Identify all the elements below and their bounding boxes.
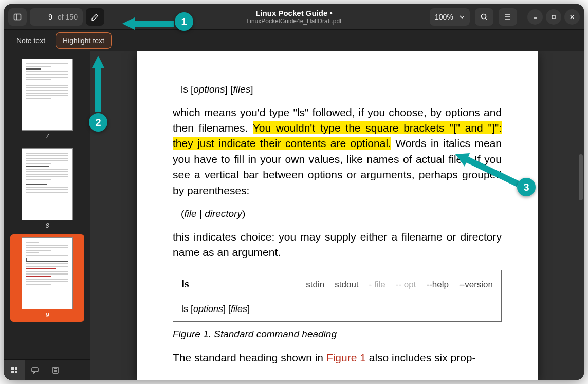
zoom-menu-button[interactable]: 100% xyxy=(430,8,470,26)
svg-marker-21 xyxy=(122,17,135,30)
maximize-icon xyxy=(550,14,557,20)
annotations-icon xyxy=(31,366,39,374)
code-line: ls [options] [files] xyxy=(181,82,502,97)
window-close-button[interactable] xyxy=(564,9,580,25)
thumbnail-label: 8 xyxy=(46,222,49,229)
arrow-icon xyxy=(454,153,521,187)
hamburger-icon xyxy=(504,13,512,21)
callout-3: 3 xyxy=(517,178,536,196)
figure-flag: stdout xyxy=(335,279,358,291)
sidebar-view-annotations[interactable] xyxy=(25,360,45,380)
figure-flag: - file xyxy=(369,279,385,291)
page-number-input[interactable] xyxy=(30,8,56,26)
figure-flag: --version xyxy=(459,279,493,291)
figure-flag: --help xyxy=(426,279,448,291)
pencil-icon xyxy=(91,13,99,21)
svg-rect-13 xyxy=(15,367,17,370)
thumbnail-label: 7 xyxy=(46,133,49,140)
search-icon xyxy=(480,13,488,21)
svg-point-3 xyxy=(482,14,486,19)
window-maximize-button[interactable] xyxy=(546,9,561,25)
svg-rect-14 xyxy=(11,371,14,373)
svg-rect-0 xyxy=(14,14,21,20)
svg-rect-12 xyxy=(11,367,14,370)
chevron-down-icon xyxy=(460,14,465,20)
search-button[interactable] xyxy=(475,8,493,26)
page-content: ls [options] [files] which means you'd t… xyxy=(137,51,538,380)
figure-command-name: ls xyxy=(181,276,189,292)
note-text-button[interactable]: Note text xyxy=(9,32,52,49)
highlight-text-button[interactable]: Highlight text xyxy=(56,32,112,49)
document-viewer[interactable]: ls [options] [files] which means you'd t… xyxy=(90,51,584,380)
arrow-icon xyxy=(90,56,106,114)
thumbnails-icon xyxy=(10,366,19,374)
paragraph: which means you'd type "ls" followed, if… xyxy=(173,105,502,199)
sidebar-view-outline[interactable] xyxy=(45,360,66,380)
outline-icon xyxy=(51,366,60,374)
thumbnail-page-9[interactable]: 9 xyxy=(10,234,84,322)
svg-line-4 xyxy=(486,18,488,20)
sidebar-icon xyxy=(13,13,22,21)
figure-box: ls stdin stdout - file -- opt --help --v… xyxy=(173,270,502,322)
svg-marker-22 xyxy=(92,56,104,68)
figure-flag: stdin xyxy=(306,279,324,291)
figure-usage: ls [options] [files] xyxy=(173,297,501,321)
minimize-icon xyxy=(532,14,538,20)
header-bar: of 150 Linux Pocket Guide • LinuxPocketG… xyxy=(4,4,584,30)
annotate-button[interactable] xyxy=(86,8,104,26)
toggle-sidebar-button[interactable] xyxy=(8,8,27,26)
main-menu-button[interactable] xyxy=(499,8,517,26)
window-minimize-button[interactable] xyxy=(527,9,543,25)
figure-caption: Figure 1. Standard command heading xyxy=(173,327,502,341)
svg-rect-16 xyxy=(32,368,38,372)
sidebar: 7 8 xyxy=(4,51,90,380)
sidebar-view-thumbnails[interactable] xyxy=(4,360,25,380)
paragraph: this indicates choice: you may supply ei… xyxy=(173,229,502,261)
code-line: (file | directory) xyxy=(181,207,502,221)
paragraph: The standard heading shown in Figure 1 a… xyxy=(173,350,502,365)
zoom-level-label: 100% xyxy=(435,13,453,21)
vertical-scrollbar[interactable] xyxy=(579,154,583,200)
callout-2: 2 xyxy=(89,113,107,132)
figure-flag: -- opt xyxy=(396,279,416,291)
annotation-toolbar: Note text Highlight text xyxy=(4,30,584,51)
arrow-icon xyxy=(122,16,176,32)
close-icon xyxy=(569,14,575,20)
thumbnail-label: 9 xyxy=(46,312,49,319)
thumbnail-page-8[interactable]: 8 xyxy=(10,145,84,232)
thumbnail-page-7[interactable]: 7 xyxy=(10,56,84,143)
svg-rect-15 xyxy=(15,371,17,373)
callout-1: 1 xyxy=(175,12,193,31)
figure-link[interactable]: Figure 1 xyxy=(326,352,366,363)
svg-rect-9 xyxy=(552,15,555,19)
page-count-label: of 150 xyxy=(56,8,83,26)
